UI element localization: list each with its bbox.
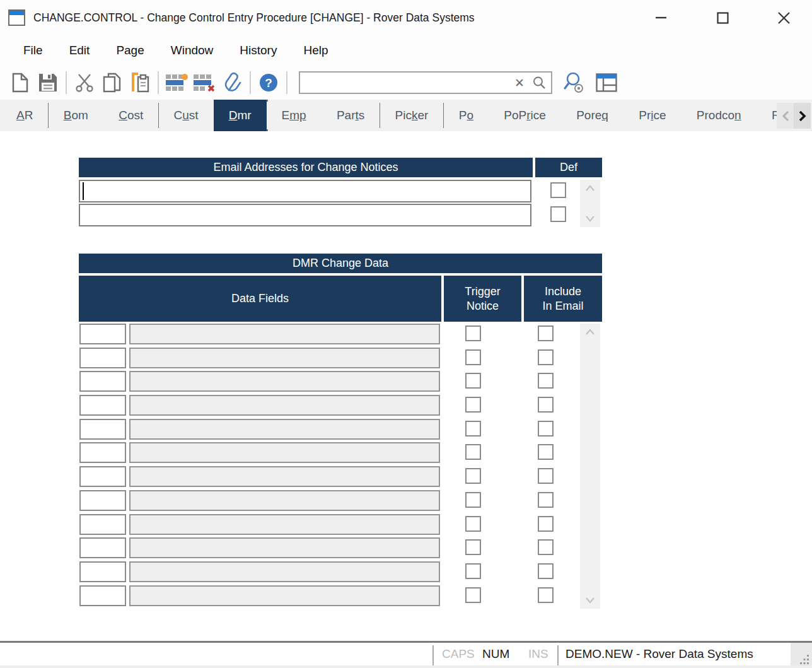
tab-ar[interactable]: AR: [1, 102, 48, 129]
text-cursor: [83, 182, 84, 200]
save-button[interactable]: [34, 69, 62, 97]
include-in-email-checkbox[interactable]: [538, 421, 554, 437]
include-in-email-column-header: Include In Email: [524, 276, 602, 322]
search-icon[interactable]: [531, 76, 551, 90]
data-field-code-input[interactable]: [79, 395, 126, 416]
tab-bom[interactable]: Bom: [49, 102, 103, 129]
include-in-email-checkbox[interactable]: [538, 349, 554, 365]
trigger-notice-checkbox[interactable]: [465, 397, 481, 413]
cut-button[interactable]: [71, 69, 98, 97]
tab-poreq[interactable]: Poreq: [561, 102, 624, 129]
menu-history[interactable]: History: [226, 44, 290, 57]
scroll-tabs-left-button[interactable]: [777, 103, 794, 129]
tab-picker[interactable]: Picker: [380, 102, 444, 129]
include-in-email-checkbox[interactable]: [538, 539, 554, 555]
scroll-tabs-right-button[interactable]: [794, 103, 811, 129]
include-in-email-checkbox[interactable]: [538, 516, 554, 532]
tab-po[interactable]: Po: [444, 102, 489, 129]
tab-cust[interactable]: Cust: [159, 102, 214, 129]
data-field-code-input[interactable]: [79, 419, 126, 440]
tab-parts[interactable]: Parts: [322, 102, 380, 129]
trigger-notice-checkbox[interactable]: [465, 539, 481, 555]
trigger-notice-checkbox[interactable]: [465, 468, 481, 484]
data-field-code-input[interactable]: [79, 561, 126, 582]
paste-button[interactable]: [126, 69, 154, 97]
tab-cost[interactable]: Cost: [103, 102, 158, 129]
trigger-notice-checkbox[interactable]: [465, 349, 481, 365]
scroll-down-icon[interactable]: [585, 216, 595, 222]
email-scrollbar[interactable]: [580, 180, 600, 227]
resize-grip-zone[interactable]: [791, 643, 812, 668]
data-fields-column-header: Data Fields: [79, 276, 441, 322]
dmr-change-data-table: DMR Change Data Data Fields Trigger Noti…: [79, 254, 602, 609]
data-field-description: [129, 442, 440, 463]
dmr-scrollbar[interactable]: [580, 324, 600, 609]
attachment-button[interactable]: [218, 69, 246, 97]
tab-prodcon[interactable]: Prodcon: [682, 102, 757, 129]
trigger-notice-checkbox[interactable]: [465, 492, 481, 508]
menu-window[interactable]: Window: [158, 44, 227, 57]
data-field-code-input[interactable]: [79, 514, 126, 535]
menu-edit[interactable]: Edit: [56, 44, 103, 57]
include-in-email-checkbox[interactable]: [538, 563, 554, 579]
minimize-button[interactable]: [651, 6, 672, 29]
insert-row-button[interactable]: [163, 69, 190, 97]
find-preview-button[interactable]: [560, 69, 588, 97]
trigger-notice-checkbox[interactable]: [465, 444, 481, 460]
menu-help[interactable]: Help: [290, 44, 341, 57]
data-field-code-input[interactable]: [79, 466, 126, 487]
trigger-notice-checkbox[interactable]: [465, 325, 481, 341]
tab-label-part: P: [459, 108, 467, 122]
include-in-email-checkbox[interactable]: [538, 444, 554, 460]
copy-button[interactable]: [98, 69, 126, 97]
tab-poprice[interactable]: PoPrice: [489, 102, 561, 129]
close-button[interactable]: [773, 6, 794, 29]
data-field-code-input[interactable]: [79, 371, 126, 392]
include-in-email-checkbox[interactable]: [538, 373, 554, 389]
data-field-code-input[interactable]: [79, 324, 126, 344]
clear-search-icon[interactable]: ✕: [508, 77, 531, 89]
search-input[interactable]: [300, 73, 508, 93]
toolbar-separator: [250, 71, 251, 94]
trigger-notice-checkbox[interactable]: [465, 563, 481, 579]
trigger-notice-checkbox[interactable]: [465, 516, 481, 532]
default-checkbox-2[interactable]: [550, 206, 566, 222]
layout-view-button[interactable]: [593, 69, 620, 97]
tab-price[interactable]: Price: [624, 102, 681, 129]
include-in-email-checkbox[interactable]: [538, 397, 554, 413]
tab-label-part: Pr: [639, 108, 651, 122]
title-bar: CHANGE.CONTROL - Change Control Entry Pr…: [0, 0, 812, 35]
maximize-button[interactable]: [712, 6, 733, 29]
trigger-notice-checkbox[interactable]: [465, 421, 481, 437]
include-in-email-checkbox[interactable]: [538, 587, 554, 603]
chevron-right-icon: [798, 110, 807, 122]
tab-emp[interactable]: Emp: [267, 102, 322, 129]
tab-label-part: B: [64, 108, 72, 122]
include-in-email-checkbox[interactable]: [538, 468, 554, 484]
data-field-code-input[interactable]: [79, 348, 126, 368]
new-document-button[interactable]: [6, 69, 34, 97]
help-button[interactable]: ?: [255, 69, 282, 97]
dmr-row-10: [79, 537, 602, 561]
scroll-up-icon[interactable]: [585, 185, 595, 191]
data-field-code-input[interactable]: [79, 490, 126, 511]
menu-page[interactable]: Page: [103, 44, 157, 57]
menu-file[interactable]: File: [10, 44, 56, 57]
trigger-notice-checkbox[interactable]: [465, 373, 481, 389]
scroll-down-icon[interactable]: [585, 597, 595, 604]
delete-row-button[interactable]: [190, 69, 218, 97]
default-checkbox-1[interactable]: [550, 182, 566, 198]
tab-label-part: C: [119, 108, 127, 122]
email-address-input-2[interactable]: [79, 204, 531, 226]
data-field-code-input[interactable]: [79, 585, 126, 606]
include-in-email-checkbox[interactable]: [538, 492, 554, 508]
tab-dmr[interactable]: Dmr: [214, 100, 267, 131]
scroll-up-icon[interactable]: [585, 329, 595, 335]
trigger-notice-checkbox[interactable]: [465, 587, 481, 603]
tab-label-part: ice: [531, 108, 546, 122]
tab-label-part: ost: [127, 108, 143, 122]
email-address-input-1[interactable]: [79, 180, 531, 202]
include-in-email-checkbox[interactable]: [538, 325, 554, 341]
data-field-code-input[interactable]: [79, 442, 126, 463]
data-field-code-input[interactable]: [79, 537, 126, 558]
